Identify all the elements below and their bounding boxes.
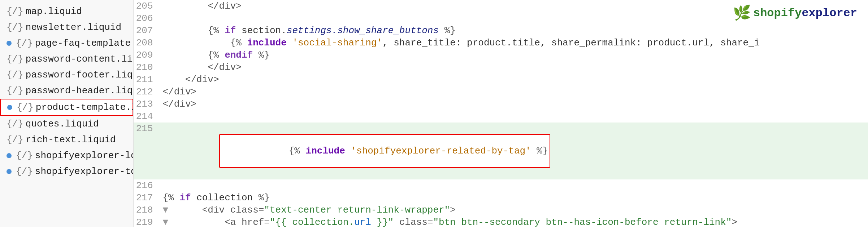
sidebar-item-password-footer-liquid[interactable]: {/} password-footer.liquid bbox=[0, 67, 133, 83]
liquid-icon: {/} bbox=[6, 54, 23, 64]
sidebar-item-rich-text-liquid[interactable]: {/} rich-text.liquid bbox=[0, 132, 133, 148]
code-token: </div> bbox=[163, 74, 219, 85]
highlighted-include-tag: {% include 'shopifyexplorer-related-by-t… bbox=[219, 134, 550, 168]
line-number: 212 bbox=[134, 86, 159, 98]
code-token: {% bbox=[208, 50, 219, 61]
bullet-icon bbox=[6, 153, 12, 158]
line-number: 214 bbox=[134, 110, 159, 123]
bullet-icon bbox=[6, 169, 12, 174]
sidebar-item-label: password-header.liquid bbox=[26, 85, 134, 96]
sidebar-item-shopifyexplorer-logo-list-liquid[interactable]: {/} shopifyexplorer-logo-list.liquid bbox=[0, 148, 133, 164]
logo-shopify-part: shopify bbox=[753, 6, 802, 20]
logo-explorer-part: explorer bbox=[802, 6, 857, 20]
sidebar-item-product-template-liquid[interactable]: {/} product-template.liquid bbox=[0, 99, 133, 116]
code-token: </div> bbox=[163, 86, 197, 97]
code-token bbox=[531, 146, 537, 156]
sidebar-item-password-content-liquid[interactable]: {/} password-content.liquid bbox=[0, 51, 133, 67]
code-table: 205 </div> 206 207 {% if section.setting… bbox=[134, 0, 868, 227]
code-token: </div> bbox=[163, 62, 242, 73]
code-token bbox=[163, 25, 208, 36]
code-line-211: 211 </div> bbox=[134, 74, 868, 86]
include-keyword: include bbox=[300, 146, 351, 156]
code-token: </div> bbox=[163, 1, 242, 12]
sidebar-item-label: newsletter.liquid bbox=[26, 22, 121, 33]
sidebar-item-label: shopifyexplorer-logo-list.liquid bbox=[35, 150, 134, 161]
line-number: 215 bbox=[134, 123, 159, 179]
code-token bbox=[163, 37, 230, 48]
code-token: section. bbox=[242, 25, 287, 36]
line-content: </div> bbox=[159, 74, 868, 86]
code-token: %} bbox=[259, 50, 270, 61]
code-token: "text-center return-link-wrapper" bbox=[264, 205, 450, 215]
code-token: %} bbox=[259, 192, 270, 203]
line-content: {% endif %} bbox=[159, 49, 868, 61]
code-token: endif bbox=[219, 50, 259, 61]
bullet-icon bbox=[7, 105, 12, 110]
line-content bbox=[159, 179, 868, 192]
code-token: "{{ collection. bbox=[270, 217, 354, 227]
code-token: %} bbox=[439, 25, 456, 36]
line-number: 206 bbox=[134, 12, 159, 25]
sidebar-item-newsletter-liquid[interactable]: {/} newsletter.liquid bbox=[0, 19, 133, 35]
code-token: > bbox=[732, 217, 737, 227]
sidebar-item-password-header-liquid[interactable]: {/} password-header.liquid bbox=[0, 83, 133, 99]
sidebar-item-label: product-template.liquid bbox=[36, 102, 134, 113]
liquid-icon: {/} bbox=[16, 38, 33, 49]
line-number: 216 bbox=[134, 179, 159, 192]
liquid-icon: {/} bbox=[6, 134, 23, 145]
code-token: </div> bbox=[163, 99, 197, 110]
code-token: <div class= bbox=[179, 205, 264, 215]
line-number: 210 bbox=[134, 61, 159, 74]
liquid-icon: {/} bbox=[6, 119, 23, 129]
code-line-209: 209 {% endif %} bbox=[134, 49, 868, 61]
line-content: ▼ <div class="text-center return-link-wr… bbox=[159, 204, 868, 216]
line-number: 218 bbox=[134, 204, 159, 216]
code-line-213: 213 </div> bbox=[134, 98, 868, 110]
code-line-214: 214 bbox=[134, 110, 868, 123]
code-line-217: 217 {% if collection %} bbox=[134, 192, 868, 204]
sidebar-item-quotes-liquid[interactable]: {/} quotes.liquid bbox=[0, 116, 133, 132]
code-line-218: 218 ▼ <div class="text-center return-lin… bbox=[134, 204, 868, 216]
code-line-216: 216 bbox=[134, 179, 868, 192]
line-content bbox=[159, 110, 868, 123]
code-line-210: 210 </div> bbox=[134, 61, 868, 74]
line-content: </div> bbox=[159, 61, 868, 74]
sidebar-item-label: quotes.liquid bbox=[26, 119, 99, 129]
code-token: include bbox=[242, 37, 292, 48]
code-line-219: 219 ▼ <a href="{{ collection.url }}" cla… bbox=[134, 216, 868, 227]
code-token: "btn btn--secondary btn--has-icon-before… bbox=[433, 217, 732, 227]
code-line-212: 212 </div> bbox=[134, 86, 868, 98]
bullet-icon bbox=[6, 41, 12, 46]
line-number: 213 bbox=[134, 98, 159, 110]
leaf-icon: 🌿 bbox=[733, 4, 751, 22]
sidebar-item-shopifyexplorer-top-bar-liquid[interactable]: {/} shopifyexplorer-top-bar.liquid bbox=[0, 164, 133, 179]
line-content: </div> bbox=[159, 98, 868, 110]
line-number: 211 bbox=[134, 74, 159, 86]
code-token: url bbox=[354, 217, 371, 227]
line-number: 217 bbox=[134, 192, 159, 204]
liquid-icon: {/} bbox=[16, 150, 33, 161]
sidebar-item-label: shopifyexplorer-top-bar.liquid bbox=[35, 166, 134, 177]
sidebar-item-label: password-content.liquid bbox=[26, 54, 134, 64]
code-token: ▼ bbox=[163, 205, 180, 215]
file-sidebar: {/} map.liquid {/} newsletter.liquid {/}… bbox=[0, 0, 134, 227]
sidebar-item-label: password-footer.liquid bbox=[26, 70, 134, 80]
line-number: 208 bbox=[134, 37, 159, 49]
liquid-icon: {/} bbox=[17, 102, 34, 113]
code-token: if bbox=[219, 25, 242, 36]
code-token: settings.show_share_buttons bbox=[287, 25, 439, 36]
code-token: class= bbox=[394, 217, 433, 227]
line-number: 205 bbox=[134, 0, 159, 12]
code-token: > bbox=[450, 205, 456, 215]
line-number: 209 bbox=[134, 49, 159, 61]
line-content: {% include 'shopifyexplorer-related-by-t… bbox=[159, 123, 868, 179]
code-token: %} bbox=[537, 146, 548, 156]
code-token: {% bbox=[163, 192, 174, 203]
code-token: ▼ bbox=[163, 217, 180, 227]
line-number: 207 bbox=[134, 25, 159, 37]
code-token: {% bbox=[289, 146, 300, 156]
sidebar-item-map-liquid[interactable]: {/} map.liquid bbox=[0, 4, 133, 19]
code-token: }}" bbox=[371, 217, 394, 227]
sidebar-item-page-faq-template-liquid[interactable]: {/} page-faq-template.liquid bbox=[0, 35, 133, 51]
line-content: {% if collection %} bbox=[159, 192, 868, 204]
